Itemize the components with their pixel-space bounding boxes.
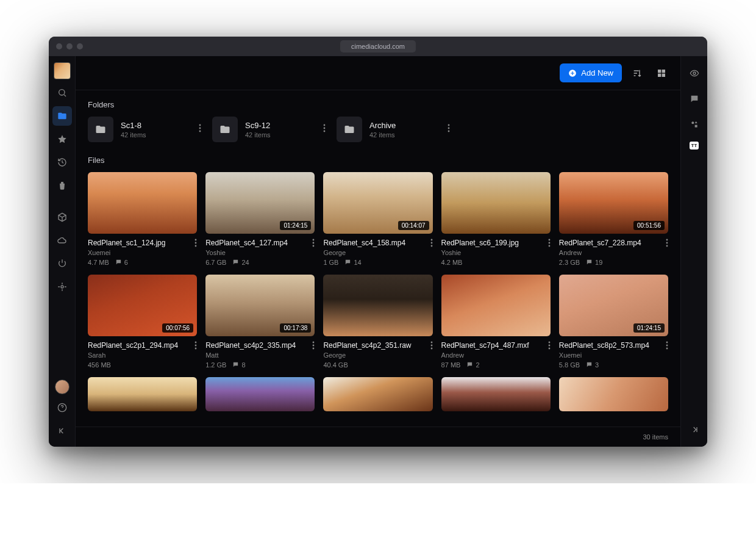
more-icon[interactable] <box>312 336 315 352</box>
window-controls[interactable] <box>56 43 83 49</box>
file-card[interactable] <box>323 377 432 411</box>
file-card[interactable]: 00:51:56 RedPlanet_sc7_228.mp4 Andrew 2.… <box>559 172 668 266</box>
more-icon[interactable] <box>194 336 197 352</box>
more-icon[interactable] <box>445 121 452 137</box>
more-icon[interactable] <box>666 234 668 250</box>
file-card[interactable]: 01:24:15 RedPlanet_sc8p2_573.mp4 Xuemei … <box>559 275 668 369</box>
comment-count: 14 <box>344 259 361 266</box>
add-new-button[interactable]: Add New <box>560 63 622 82</box>
more-icon[interactable] <box>548 336 551 352</box>
target-icon[interactable] <box>52 277 72 297</box>
svg-point-31 <box>666 245 668 247</box>
svg-point-46 <box>666 347 668 349</box>
comment-icon[interactable] <box>686 90 703 107</box>
folder-count: 42 items <box>121 131 189 139</box>
trash-icon[interactable] <box>52 176 72 195</box>
more-icon[interactable] <box>548 234 551 250</box>
svg-point-18 <box>195 242 197 243</box>
cloud-icon[interactable] <box>52 231 72 250</box>
file-card[interactable]: 00:17:38 RedPlanet_sc4p2_335.mp4 Matt 1.… <box>205 275 315 369</box>
svg-point-9 <box>199 128 201 129</box>
more-icon[interactable] <box>312 234 315 250</box>
svg-point-30 <box>666 242 668 243</box>
user-avatar[interactable] <box>55 380 70 394</box>
duration-badge: 00:07:56 <box>162 323 193 333</box>
file-thumbnail[interactable]: 00:17:38 <box>205 275 315 336</box>
collapse-icon[interactable] <box>52 421 72 441</box>
comment-count: 8 <box>232 361 245 369</box>
file-author: Sarah <box>88 351 191 359</box>
more-icon[interactable] <box>194 234 197 250</box>
file-thumbnail[interactable] <box>559 377 668 411</box>
file-card[interactable]: RedPlanet_sc4p2_351.raw George 40.4 GB <box>323 275 432 369</box>
maximize-dot[interactable] <box>77 43 83 49</box>
sort-icon[interactable] <box>628 64 646 82</box>
workspace-thumb[interactable] <box>54 62 71 79</box>
url-bar[interactable]: cimediacloud.com <box>340 40 416 52</box>
file-thumbnail[interactable] <box>441 172 551 234</box>
file-thumbnail[interactable]: 01:24:15 <box>205 172 315 234</box>
file-name: RedPlanet_sc7p4_487.mxf <box>441 341 544 350</box>
main-area: Add New Folders Sc1-8 42 items Sc9-12 42… <box>76 56 680 447</box>
file-thumbnail[interactable] <box>441 377 551 411</box>
folder-item[interactable]: Archive 42 items <box>337 117 452 142</box>
file-thumbnail[interactable]: 00:14:07 <box>323 172 432 234</box>
help-icon[interactable] <box>52 398 72 417</box>
file-card[interactable] <box>88 377 197 411</box>
file-thumbnail[interactable]: 00:07:56 <box>88 275 197 336</box>
file-card[interactable] <box>559 377 668 411</box>
folder-item[interactable]: Sc9-12 42 items <box>212 117 328 142</box>
file-thumbnail[interactable]: 01:24:15 <box>559 275 668 336</box>
file-card[interactable]: RedPlanet_sc6_199.jpg Yoshie 4.2 MB <box>441 172 551 266</box>
eye-icon[interactable] <box>686 65 703 82</box>
file-card[interactable]: RedPlanet_sc7p4_487.mxf Andrew 87 MB2 <box>441 275 551 369</box>
svg-point-20 <box>313 239 315 240</box>
search-icon[interactable] <box>52 83 72 103</box>
file-thumbnail[interactable] <box>323 275 432 336</box>
file-thumbnail[interactable]: 00:51:56 <box>559 172 668 234</box>
history-icon[interactable] <box>52 153 72 172</box>
svg-point-21 <box>313 242 315 243</box>
star-icon[interactable] <box>52 129 72 149</box>
file-card[interactable]: 00:07:56 RedPlanet_sc2p1_294.mp4 Sarah 4… <box>88 275 197 369</box>
svg-point-14 <box>448 124 450 126</box>
cube-icon[interactable] <box>52 207 72 227</box>
file-thumbnail[interactable] <box>323 377 432 411</box>
more-icon[interactable] <box>430 336 433 352</box>
file-card[interactable]: RedPlanet_sc1_124.jpg Xuemei 4.7 MB6 <box>88 172 197 266</box>
file-card[interactable]: 00:14:07 RedPlanet_sc4_158.mp4 George 1 … <box>323 172 432 266</box>
minimize-dot[interactable] <box>66 43 73 49</box>
shapes-icon[interactable] <box>686 116 703 133</box>
expand-icon[interactable] <box>686 421 703 438</box>
grid-view-icon[interactable] <box>652 64 671 82</box>
folder-icon[interactable] <box>52 106 72 126</box>
file-thumbnail[interactable] <box>441 275 551 336</box>
more-icon[interactable] <box>321 121 328 137</box>
files-grid-partial <box>88 377 668 411</box>
file-author: Matt <box>205 351 308 359</box>
file-card[interactable]: 01:24:15 RedPlanet_sc4_127.mp4 Yoshie 6.… <box>205 172 315 266</box>
file-author: Xuemei <box>559 351 662 359</box>
folder-item[interactable]: Sc1-8 42 items <box>88 117 204 142</box>
power-icon[interactable] <box>52 254 72 273</box>
comment-count: 24 <box>232 259 249 266</box>
duration-badge: 00:17:38 <box>280 323 311 333</box>
more-icon[interactable] <box>196 121 204 137</box>
file-name: RedPlanet_sc4_127.mp4 <box>205 239 308 247</box>
file-thumbnail[interactable] <box>88 377 197 411</box>
file-thumbnail[interactable] <box>205 377 315 411</box>
more-icon[interactable] <box>666 336 668 352</box>
content: Folders Sc1-8 42 items Sc9-12 42 items A… <box>76 90 680 427</box>
svg-point-32 <box>195 341 197 343</box>
more-icon[interactable] <box>430 234 433 250</box>
file-card[interactable] <box>441 377 551 411</box>
svg-point-47 <box>693 72 696 74</box>
svg-point-10 <box>199 131 201 132</box>
tt-badge[interactable]: TT <box>690 142 699 150</box>
file-thumbnail[interactable] <box>88 172 197 234</box>
file-size: 456 MB <box>88 361 111 369</box>
file-card[interactable] <box>205 377 315 411</box>
topbar: Add New <box>76 56 680 90</box>
close-dot[interactable] <box>56 43 62 49</box>
file-author: George <box>323 351 426 359</box>
